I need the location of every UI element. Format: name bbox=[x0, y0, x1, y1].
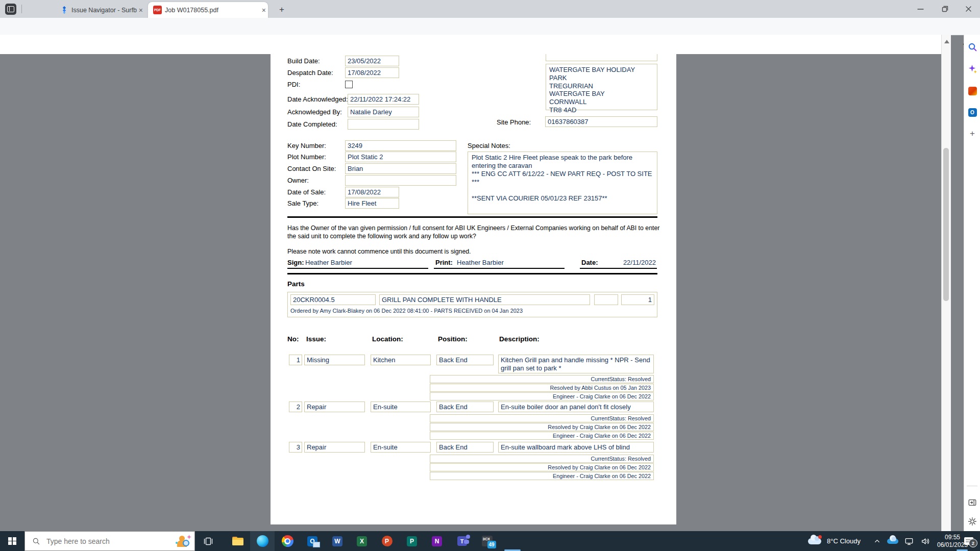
acknowledged-by-label: Acknowledged By: bbox=[287, 108, 342, 116]
taskbar-edge-icon[interactable] bbox=[250, 531, 275, 551]
taskbar-word-icon[interactable]: W bbox=[325, 531, 350, 551]
tab-close-icon[interactable]: × bbox=[137, 6, 145, 14]
volume-icon[interactable] bbox=[921, 531, 930, 551]
owner-field[interactable] bbox=[345, 175, 456, 186]
sidebar-panel-icon[interactable] bbox=[967, 497, 977, 508]
sidebar-divider bbox=[967, 486, 977, 486]
issue-description-field[interactable]: En-suite wallboard mark above LHS of bli… bbox=[498, 442, 654, 453]
issue-position-field[interactable]: Back End bbox=[436, 355, 494, 365]
scrollbar-thumb[interactable] bbox=[943, 148, 949, 301]
site-phone-field[interactable]: 01637860387 bbox=[545, 116, 657, 127]
pdf-toolbar: of 1 − + Page view ▾ A Read aloud Add te… bbox=[0, 35, 941, 55]
sidebar-search-icon[interactable] bbox=[967, 42, 977, 52]
scrollbar-up-icon[interactable] bbox=[944, 40, 949, 43]
issue-no-field[interactable]: 3 bbox=[289, 442, 302, 453]
issue-no-field[interactable]: 2 bbox=[289, 402, 302, 412]
acknowledged-by-field[interactable]: Natalie Darley bbox=[348, 107, 419, 117]
date-completed-field[interactable] bbox=[348, 119, 419, 130]
contact-on-site-field[interactable]: Brian bbox=[345, 163, 456, 174]
workspaces-icon[interactable] bbox=[5, 4, 16, 15]
issue-status-line[interactable]: Engineer - Craig Clarke on 06 Dec 2022 bbox=[430, 392, 654, 400]
contact-on-site-label: Contact On Site: bbox=[287, 165, 336, 172]
special-notes-box[interactable]: Plot Static 2 Hire Fleet please speak to… bbox=[468, 152, 657, 214]
window-close-button[interactable] bbox=[957, 0, 980, 17]
taskbar-file-explorer-icon[interactable] bbox=[226, 531, 250, 551]
issues-header-location: Location: bbox=[372, 335, 403, 343]
issue-status-line[interactable]: Engineer - Craig Clarke on 06 Dec 2022 bbox=[430, 432, 654, 440]
issue-status-line[interactable]: Resolved by Craig Clarke on 06 Dec 2022 bbox=[430, 463, 654, 471]
key-number-field[interactable]: 3249 bbox=[345, 140, 456, 151]
issue-status-line[interactable]: CurrentStatus: Resolved bbox=[430, 455, 654, 463]
clock[interactable]: 09:55 06/01/2023 bbox=[937, 531, 968, 551]
tab-job-pdf[interactable]: PDF Job W0178055.pdf × bbox=[148, 2, 268, 18]
taskbar-chrome-icon[interactable] bbox=[275, 531, 300, 551]
sign-value[interactable]: Heather Barbier bbox=[305, 259, 352, 266]
issue-type-field[interactable]: Repair bbox=[304, 402, 365, 412]
issue-position-field[interactable]: Back End bbox=[436, 402, 494, 412]
date-acknowledged-field[interactable]: 22/11/2022 17:24:22 bbox=[348, 94, 419, 105]
special-notes-line: Plot Static 2 Hire Fleet please speak to… bbox=[472, 154, 653, 170]
date-of-sale-field[interactable]: 17/08/2022 bbox=[345, 187, 399, 197]
taskbar-teams-icon[interactable]: T bbox=[450, 531, 474, 551]
issue-location-field[interactable]: En-suite bbox=[371, 442, 431, 453]
issue-status-line[interactable]: CurrentStatus: Resolved bbox=[430, 375, 654, 383]
issue-type-field[interactable]: Repair bbox=[304, 442, 365, 453]
issue-status-line[interactable]: Resolved by Abbi Custus on 05 Jan 2023 bbox=[430, 384, 654, 392]
window-restore-button[interactable] bbox=[933, 0, 957, 17]
key-number-label: Key Number: bbox=[287, 142, 326, 149]
taskbar-excel-icon[interactable]: X bbox=[350, 531, 374, 551]
cropped-field-box[interactable] bbox=[546, 54, 657, 61]
issue-status-line[interactable]: Engineer - Craig Clarke on 06 Dec 2022 bbox=[430, 472, 654, 480]
date-value[interactable]: 22/11/2022 bbox=[607, 259, 656, 266]
pdi-label: PDI: bbox=[287, 81, 300, 88]
sidebar-settings-gear-icon[interactable] bbox=[967, 516, 977, 527]
taskbar-search[interactable] bbox=[24, 531, 195, 551]
search-highlights-icon[interactable] bbox=[175, 535, 190, 548]
issue-description-field[interactable]: En-suite boiler door an panel don't fit … bbox=[498, 402, 654, 412]
tab-issue-navigator[interactable]: Issue Navigator - Surfbay Custom × bbox=[55, 2, 145, 18]
issue-location-field[interactable]: En-suite bbox=[371, 402, 431, 412]
taskbar-publisher-icon[interactable]: P bbox=[400, 531, 424, 551]
issue-no-field[interactable]: 1 bbox=[289, 355, 302, 365]
sidebar-add-icon[interactable]: + bbox=[967, 129, 977, 139]
issue-type-field[interactable]: Missing bbox=[304, 355, 365, 365]
sale-type-field[interactable]: Hire Fleet bbox=[345, 198, 399, 209]
part-qty-field[interactable]: 1 bbox=[621, 294, 654, 305]
taskbar-search-input[interactable] bbox=[45, 537, 155, 546]
windows-logo-icon bbox=[8, 537, 16, 545]
sale-type-label: Sale Type: bbox=[287, 199, 318, 207]
issue-description-field[interactable]: Kitchen Grill pan and handle missing * N… bbox=[498, 355, 654, 373]
part-description-field[interactable]: GRILL PAN COMPLETE WITH HANDLE bbox=[379, 294, 590, 305]
issue-status-line[interactable]: Resolved by Craig Clarke on 06 Dec 2022 bbox=[430, 423, 654, 431]
taskbar-onenote-icon[interactable]: N bbox=[425, 531, 449, 551]
start-button[interactable] bbox=[0, 531, 24, 551]
pdi-checkbox[interactable] bbox=[345, 81, 353, 88]
new-tab-button[interactable]: + bbox=[276, 4, 288, 16]
onedrive-icon[interactable] bbox=[887, 531, 898, 551]
taskbar-3cx-icon[interactable]: 3CX 49 bbox=[475, 531, 499, 551]
part-extra-field[interactable] bbox=[594, 294, 618, 305]
tab-close-icon[interactable]: × bbox=[260, 6, 268, 14]
issue-position-field[interactable]: Back End bbox=[436, 442, 494, 453]
address-line: WATERGATE BAY bbox=[549, 90, 654, 98]
notifications-icon[interactable]: 2 bbox=[964, 531, 973, 551]
issue-location-field[interactable]: Kitchen bbox=[371, 355, 431, 365]
sidebar-outlook-icon[interactable]: O bbox=[967, 107, 977, 117]
print-value[interactable]: Heather Barbier bbox=[457, 259, 504, 266]
weather-icon[interactable] bbox=[808, 531, 821, 551]
sidebar-office-icon[interactable] bbox=[967, 86, 977, 96]
sidebar-copilot-icon[interactable] bbox=[967, 64, 977, 74]
despatch-date-field[interactable]: 17/08/2022 bbox=[345, 67, 399, 78]
build-date-field[interactable]: 23/05/2022 bbox=[345, 56, 399, 66]
taskbar-outlook-icon[interactable]: O bbox=[300, 531, 325, 551]
part-code-field[interactable]: 20CKR0004.5 bbox=[290, 294, 376, 305]
taskbar-powerpoint-icon[interactable]: P bbox=[375, 531, 399, 551]
plot-number-field[interactable]: Plot Static 2 bbox=[345, 152, 456, 162]
task-view-button[interactable] bbox=[196, 531, 220, 551]
network-icon[interactable] bbox=[904, 531, 914, 551]
issue-status-line[interactable]: CurrentStatus: Resolved bbox=[430, 414, 654, 422]
window-minimize-button[interactable] bbox=[909, 0, 932, 17]
site-address-box[interactable]: WATERGATE BAY HOLIDAY PARK TREGURRIAN WA… bbox=[546, 64, 657, 110]
tray-chevron-up-icon[interactable] bbox=[874, 531, 880, 551]
weather-text[interactable]: 8°C Cloudy bbox=[827, 531, 861, 551]
